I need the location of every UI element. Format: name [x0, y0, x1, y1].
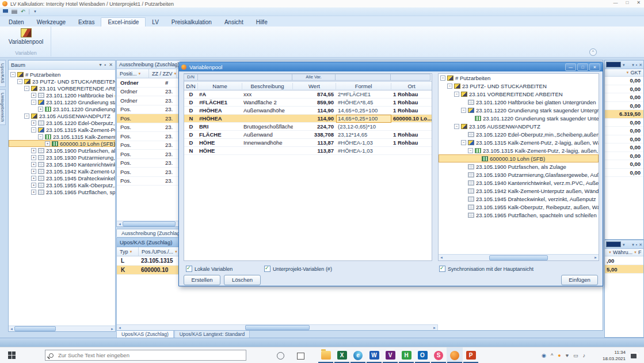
tree-expander-icon[interactable]: +	[45, 141, 50, 146]
checkbox-icon[interactable]	[439, 266, 445, 272]
variablenpool-button[interactable]: Variablenpool	[1, 28, 51, 45]
menu-tab[interactable]: Extras	[72, 18, 101, 27]
loeschen-button[interactable]: Löschen	[224, 275, 261, 285]
menu-tab[interactable]: Werkzeuge	[31, 18, 72, 27]
minimize-button[interactable]: —	[613, 0, 618, 5]
tree-expander-icon[interactable]: −	[440, 75, 445, 81]
formula-cell[interactable]: 14,65+0,25+100	[336, 115, 391, 123]
tree-expander-icon[interactable]: −	[38, 134, 43, 139]
tree-expander-icon[interactable]: −	[17, 79, 22, 84]
baum-tree-item[interactable]: + 23.105.1900 Putzfaschen, als...	[9, 147, 115, 154]
erstellen-button[interactable]: Erstellen	[184, 275, 220, 285]
formula-cell[interactable]: #HÖHEA-1,03	[336, 147, 391, 155]
dialog-tree-item[interactable]: 23.105.1900 Putzfaschen, als Zulage	[439, 162, 599, 171]
swatch-dropdown-icon[interactable]: ▾	[623, 243, 625, 247]
side-tab-umlagebereich[interactable]: Umlagebereich	[0, 89, 6, 125]
chevron-up-icon[interactable]: ^	[551, 353, 553, 358]
checkbox-icon[interactable]	[186, 266, 192, 272]
baum-tree-item[interactable]: + 23.101.1200 Haftbrücke bei g...	[9, 92, 115, 99]
tree-expander-icon[interactable]: −	[10, 72, 16, 77]
dialog-tree-item[interactable]: 23.101.1200 Haftbrücke bei glatten Unter…	[439, 98, 599, 106]
save-icon[interactable]	[3, 9, 8, 14]
dialog-tree-item[interactable]: − 23.105.1315 Kalk-Zement-Putz, 2-lagig,…	[439, 146, 599, 154]
task-view-icon[interactable]	[297, 353, 304, 360]
status-orange-icon[interactable]: ●	[558, 353, 561, 358]
formula-cell[interactable]: 2*#FLÄCHE1	[336, 90, 391, 99]
baum-tree-item[interactable]: + 23.105.1220 Edel-Oberputz,...	[9, 119, 115, 126]
dialog-tree-item[interactable]: 23.105.1930 Putzarmierung,Glasfasergeweb…	[439, 171, 599, 179]
formula-cell[interactable]: (23,12-0,65)*10	[336, 123, 391, 131]
baum-tree-item[interactable]: − 23.105.1315 Kalk-Zement-...	[9, 133, 115, 140]
baum-tree-item[interactable]: − 23 PUTZ- UND STUCKARBEITEN	[9, 78, 115, 85]
baum-tree-item[interactable]: + 23.101.1220 Grundierung...	[9, 105, 115, 112]
baum-tree-item[interactable]: − 23.101.1220 Grundierung sta...	[9, 99, 115, 105]
unterprojekt-variablen-checkbox[interactable]: Unterprojekt-Variablen (#)	[264, 266, 332, 272]
formula-cell[interactable]: 14,65+0,25+100	[336, 107, 391, 115]
einfuegen-button[interactable]: Einfügen	[561, 275, 598, 285]
dn-filter-button[interactable]: D/N	[184, 74, 198, 81]
baum-tree-item[interactable]: − 23.105 AUSSENWANDPUTZ	[9, 112, 115, 119]
variable-row[interactable]: N #HÖHEA 114,90 14,65+0,25+100 600000.10…	[184, 115, 432, 123]
tree-expander-icon[interactable]: +	[31, 148, 36, 153]
variable-row[interactable]: D #FLÄCHE1 Wandfläche 2 859,90 #HÖHEA*8,…	[184, 99, 432, 107]
taskbar-app-outlook[interactable]: O	[414, 347, 430, 363]
collapse-ribbon-icon[interactable]: ^	[589, 48, 597, 56]
tree-expander-icon[interactable]: −	[31, 100, 36, 105]
baum-tree-item[interactable]: + 23.105.1940 Kantenrichtwink...	[9, 161, 115, 168]
menu-tab[interactable]: LV	[146, 18, 165, 27]
menu-tab[interactable]: Preiskalkulation	[165, 18, 218, 27]
tree-expander-icon[interactable]: +	[31, 190, 36, 195]
alle-var-dropdown[interactable]: Alle Var.	[292, 74, 336, 81]
variable-row[interactable]: N HÖHE 113,87 #HÖHEA-1,03	[184, 147, 432, 155]
tree-expander-icon[interactable]: −	[447, 84, 452, 89]
panel-dropdown-icon[interactable]: ▾	[632, 63, 634, 67]
formula-cell[interactable]: #HÖHEA-1,03	[336, 139, 391, 147]
lokale-variablen-checkbox[interactable]: Lokale Variablen	[186, 266, 233, 272]
dialog-close-button[interactable]: ✕	[589, 63, 600, 71]
print-icon[interactable]	[12, 9, 17, 14]
taskbar-app-powerpoint[interactable]: P	[463, 347, 479, 363]
menu-tab[interactable]: Hilfe	[250, 18, 274, 27]
display-icon[interactable]: ▭	[573, 353, 578, 358]
baum-tree-item[interactable]: + 23.105.1955 Kalk-Oberputz,...	[9, 181, 115, 188]
variable-row[interactable]: D BRI Bruttogeschoßfläche 224,70 (23,12-…	[184, 123, 432, 131]
network-icon[interactable]: ◉	[542, 353, 546, 358]
baum-tree-item[interactable]: + 23.105.1945 Drahteckwinkel,...	[9, 175, 115, 181]
waehrung-column-header[interactable]: ▼Währu... ▼F	[605, 249, 643, 256]
panel-dropdown-icon[interactable]: ▾	[99, 63, 101, 67]
baum-tree-item[interactable]: − # Putzarbeiten	[9, 71, 115, 78]
dialog-tree-item[interactable]: 23.105.1965 Putzflächen, spachteln und s…	[439, 211, 599, 219]
tree-expander-icon[interactable]: −	[31, 127, 36, 133]
baum-tree-item[interactable]: + 600000.10 Lohn (SFB)	[9, 140, 115, 147]
undo-icon[interactable]: ↶	[21, 9, 25, 14]
people-icon[interactable]: ♥	[566, 353, 569, 358]
menu-tab[interactable]: Excel-inside	[101, 17, 146, 27]
tree-expander-icon[interactable]: −	[454, 124, 459, 129]
upos-hscrollbar[interactable]: ◄►	[117, 324, 438, 330]
tree-expander-icon[interactable]: +	[31, 169, 36, 174]
variable-row[interactable]: D #HÖHEA Außenwandhöhe 114,90 14,65+0,25…	[184, 107, 432, 115]
notification-center-icon[interactable]	[631, 352, 638, 358]
dialog-tree-item[interactable]: 23.101.1220 Grundierung stark saugender …	[439, 114, 599, 122]
panel-dropdown-icon[interactable]: ▾	[632, 243, 634, 247]
panel-close-icon[interactable]: ✕	[639, 63, 642, 67]
taskbar-app-visual-studio[interactable]: V	[382, 347, 398, 363]
dialog-tree-item[interactable]: 600000.10 Lohn (SFB)	[439, 154, 599, 162]
panel-close-icon[interactable]: ✕	[639, 243, 642, 247]
taskbar-app-h[interactable]: H	[398, 347, 414, 363]
tree-expander-icon[interactable]: +	[31, 120, 36, 126]
dialog-minimize-button[interactable]: —	[565, 63, 576, 71]
synchronisation-checkbox[interactable]: Synchronisation mit der Hauptansicht	[439, 266, 534, 272]
panel-pin-icon[interactable]: ▪	[104, 63, 106, 67]
variable-row[interactable]: D FLÄCHE Außenwand 338,708 23,12*14,65 1…	[184, 131, 432, 139]
close-button[interactable]: ✕	[637, 0, 641, 5]
dialog-tree-item[interactable]: − 23.101 VORBEREITENDE ARBEITEN	[439, 90, 599, 98]
side-tab-upos-kas[interactable]: Upos/KAS	[0, 60, 6, 87]
tree-expander-icon[interactable]: +	[31, 93, 36, 98]
baum-hscrollbar[interactable]: ◄►	[9, 326, 115, 331]
menu-tab[interactable]: Daten	[2, 18, 31, 27]
tree-expander-icon[interactable]: −	[461, 108, 466, 113]
tree-expander-icon[interactable]: +	[31, 183, 36, 188]
dialog-tree-hscrollbar[interactable]: ◄►	[439, 254, 599, 260]
maximize-button[interactable]: □	[626, 0, 628, 5]
